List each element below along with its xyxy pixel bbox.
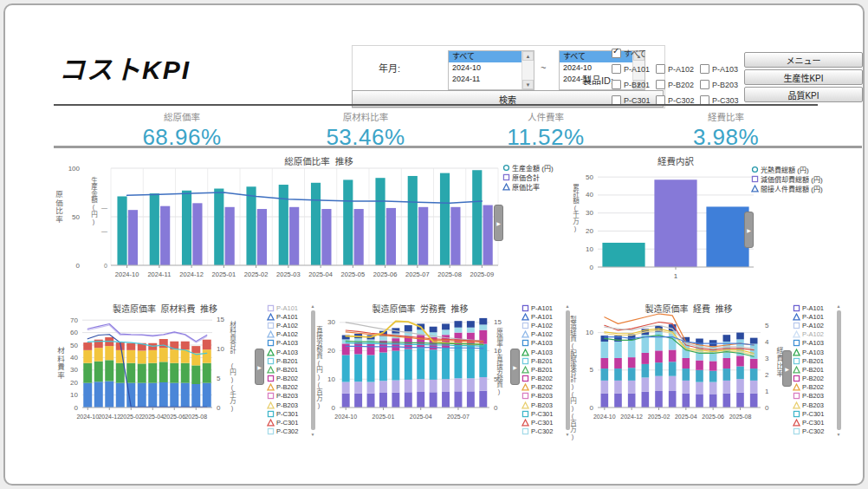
legend-item-p-c301[interactable]: P-C301	[267, 409, 308, 418]
legend-item-[interactable]: 間接人件費総額 (円)	[751, 184, 823, 193]
legend-item-p-b202[interactable]: P-B202	[521, 383, 563, 392]
svg-text:3: 3	[765, 355, 769, 362]
legend-item-p-a101[interactable]: P-A101	[521, 303, 563, 312]
legend-item-p-b203[interactable]: P-B203	[521, 392, 563, 401]
legend-item-p-c301[interactable]: P-C301	[521, 409, 563, 418]
svg-text:2025-06: 2025-06	[702, 414, 724, 420]
legend-item-p-a102[interactable]: P-A102	[267, 321, 308, 329]
svg-text:2025-07: 2025-07	[447, 414, 470, 420]
legend-item-p-a101[interactable]: P-A101	[793, 312, 834, 321]
checkbox-p-a103[interactable]: P-A103	[700, 64, 744, 74]
legend-item-p-c302[interactable]: P-C302	[793, 427, 834, 436]
checkbox-p-a101[interactable]: P-A101	[612, 64, 656, 74]
legend-item-p-b203[interactable]: P-B203	[267, 392, 308, 401]
menu-button[interactable]: メニュー	[744, 52, 863, 68]
legend-item-p-a102[interactable]: P-A102	[793, 321, 834, 329]
scroll-down-icon[interactable]: ▼	[836, 432, 841, 437]
legend-item-p-b203[interactable]: P-B203	[793, 392, 834, 401]
svg-text:2024-10: 2024-10	[76, 414, 99, 420]
legend-item-[interactable]: 生産金額 (円)	[502, 163, 554, 173]
legend-item-p-a102[interactable]: P-A102	[793, 330, 834, 339]
legend-item-p-b203[interactable]: P-B203	[521, 401, 563, 409]
legend-label: P-C301	[276, 419, 298, 427]
legend-item-p-b201[interactable]: P-B201	[521, 356, 563, 365]
legend-item-p-a103[interactable]: P-A103	[267, 339, 308, 348]
legend-item-p-b201[interactable]: P-B201	[267, 356, 308, 365]
checkbox-box[interactable]	[656, 64, 665, 74]
legend-item-p-a103[interactable]: P-A103	[267, 348, 308, 356]
checkbox-box[interactable]: ✓	[612, 49, 621, 58]
square-marker-icon	[267, 427, 275, 435]
legend-label: P-B201	[802, 357, 824, 365]
expand-legend-button[interactable]: ▶	[494, 205, 503, 241]
legend-item-p-a103[interactable]: P-A103	[793, 348, 834, 356]
checkbox-all[interactable]: ✓すべて	[612, 48, 646, 59]
listbox-scrollbar[interactable]: ▲▼	[521, 51, 534, 89]
legend-label: P-C301	[531, 419, 553, 427]
legend-item-p-c301[interactable]: P-C301	[521, 418, 563, 427]
listbox-option-0[interactable]: すべて	[449, 51, 522, 62]
legend-item-p-c301[interactable]: P-C301	[793, 409, 834, 418]
page-title: コストKPI	[59, 49, 191, 87]
legend-item-p-a103[interactable]: P-A103	[793, 339, 834, 348]
legend-item-p-c302[interactable]: P-C302	[267, 427, 308, 436]
checkbox-box[interactable]	[656, 80, 665, 89]
scroll-up-icon[interactable]: ▲	[522, 51, 534, 61]
scroll-up-icon[interactable]: ▲	[836, 303, 841, 309]
legend-item-p-b201[interactable]: P-B201	[521, 365, 563, 374]
legend-item-p-c301[interactable]: P-C301	[267, 418, 308, 427]
legend-item-p-b202[interactable]: P-B202	[521, 375, 563, 383]
expand-legend-button[interactable]: ▶	[782, 350, 792, 387]
legend-item-p-b202[interactable]: P-B202	[267, 375, 308, 383]
legend-item-p-b202[interactable]: P-B202	[793, 383, 834, 392]
legend-item-p-b203[interactable]: P-B203	[793, 401, 834, 409]
legend-item-p-c302[interactable]: P-C302	[521, 427, 563, 436]
legend-item-p-a102[interactable]: P-A102	[521, 321, 563, 329]
scroll-down-icon[interactable]: ▼	[522, 80, 534, 89]
expand-legend-button[interactable]: ▶	[255, 349, 264, 385]
legend-item-p-b203[interactable]: P-B203	[267, 401, 308, 409]
checkbox-box[interactable]	[700, 80, 709, 89]
square-marker-icon	[521, 322, 529, 329]
svg-text:—: —	[101, 205, 107, 211]
legend-item-p-b201[interactable]: P-B201	[267, 365, 308, 374]
legend-item-p-b201[interactable]: P-B201	[793, 365, 834, 374]
legend-item-p-a103[interactable]: P-A103	[521, 339, 563, 348]
legend-item-p-a101[interactable]: P-A101	[793, 303, 834, 312]
legend-item-[interactable]: 減価償却費総額 (円)	[751, 174, 823, 184]
legend-item-p-b202[interactable]: P-B202	[793, 375, 834, 383]
legend-item-p-a101[interactable]: P-A101	[267, 312, 308, 321]
square-marker-icon	[267, 410, 275, 418]
svg-text:2025-06: 2025-06	[373, 271, 398, 278]
legend-item-p-c301[interactable]: P-C301	[793, 418, 834, 427]
legend-item-p-a102[interactable]: P-A102	[267, 330, 308, 339]
quality-kpi-button[interactable]: 品質KPI	[744, 87, 863, 102]
legend-scrollbar[interactable]: ▲▼	[836, 303, 841, 437]
legend-item-p-a102[interactable]: P-A102	[521, 330, 563, 339]
legend-item-p-a101[interactable]: P-A101	[267, 303, 308, 312]
checkbox-p-a102[interactable]: P-A102	[656, 64, 700, 74]
expand-legend-button[interactable]: ▶	[744, 212, 754, 248]
checkbox-p-b203[interactable]: P-B203	[700, 80, 744, 89]
legend-item-p-a103[interactable]: P-A103	[521, 348, 563, 356]
listbox-option-1[interactable]: 2024-10	[449, 62, 522, 74]
legend-item-[interactable]: 光熱費総額 (円)	[751, 165, 823, 174]
checkbox-box[interactable]	[612, 80, 621, 89]
checkbox-p-b202[interactable]: P-B202	[656, 80, 700, 89]
svg-text:—: —	[101, 228, 107, 234]
legend-item-p-b202[interactable]: P-B202	[267, 383, 308, 392]
checkbox-box[interactable]	[700, 64, 709, 74]
listbox-option-2[interactable]: 2024-11	[449, 74, 522, 85]
legend-item-[interactable]: 原価比率	[502, 182, 554, 192]
scrollbar-thumb[interactable]	[837, 310, 841, 430]
checkbox-p-b201[interactable]: P-B201	[612, 80, 656, 89]
date-from-listbox[interactable]: すべて2024-102024-11▲▼	[448, 50, 534, 90]
svg-text:0: 0	[76, 262, 81, 270]
legend-item-p-a101[interactable]: P-A101	[521, 312, 563, 321]
productivity-kpi-button[interactable]: 生産性KPI	[744, 69, 863, 85]
square-marker-icon	[521, 339, 529, 347]
expand-legend-button[interactable]: ▶	[510, 349, 520, 385]
legend-item-[interactable]: 原価合計	[502, 173, 554, 182]
legend-item-p-b201[interactable]: P-B201	[793, 356, 834, 365]
checkbox-box[interactable]	[612, 64, 621, 74]
